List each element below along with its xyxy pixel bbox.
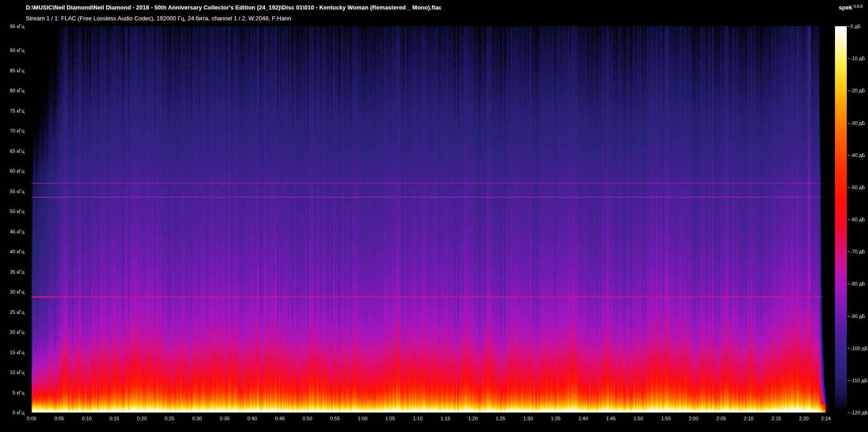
freq-tick-label: 75 кГц bbox=[0, 108, 24, 114]
db-tick-label: -90 дБ bbox=[850, 313, 865, 319]
time-tick-label: 0:55 bbox=[330, 416, 340, 421]
time-tick-label: 1:45 bbox=[606, 416, 615, 421]
freq-tick-label: 5 кГц bbox=[0, 390, 24, 395]
time-tick-label: 1:05 bbox=[385, 416, 395, 421]
freq-tick-label: 50 кГц bbox=[0, 209, 24, 214]
file-path-title: D:\MUSIC\Neil Diamond\Neil Diamond - 201… bbox=[26, 4, 442, 11]
db-tick-mark bbox=[848, 413, 849, 413]
time-tick-label: 1:35 bbox=[551, 416, 560, 421]
time-tick-label: 0:40 bbox=[247, 416, 257, 421]
db-tick-mark bbox=[848, 348, 849, 349]
db-tick-label: 0 дБ bbox=[850, 24, 861, 29]
time-tick-label: 1:15 bbox=[440, 416, 450, 421]
time-tick-label: 1:30 bbox=[523, 416, 533, 421]
time-tick-label: 2:20 bbox=[799, 416, 808, 421]
time-tick-label: 0:05 bbox=[54, 416, 64, 421]
spectrogram-canvas bbox=[32, 26, 826, 413]
freq-tick-label: 55 кГц bbox=[0, 189, 24, 194]
time-tick-label: 0:10 bbox=[82, 416, 91, 421]
time-tick-label: 0:15 bbox=[109, 416, 119, 421]
db-tick-label: -20 дБ bbox=[850, 88, 865, 93]
time-tick-label: 2:10 bbox=[744, 416, 753, 421]
time-tick-label: 2:24 bbox=[821, 416, 830, 421]
time-tick-label: 0:25 bbox=[165, 416, 174, 421]
db-tick-mark bbox=[848, 155, 849, 156]
db-tick-mark bbox=[848, 26, 849, 27]
time-tick-label: 1:55 bbox=[661, 416, 670, 421]
db-tick-mark bbox=[848, 123, 849, 123]
db-tick-label: -100 дБ bbox=[850, 346, 868, 351]
freq-tick-label: 90 кГц bbox=[0, 47, 24, 53]
freq-tick-label: 70 кГц bbox=[0, 128, 24, 133]
time-tick-label: 1:25 bbox=[495, 416, 505, 421]
freq-tick-label: 60 кГц bbox=[0, 168, 24, 174]
time-tick-label: 2:05 bbox=[716, 416, 726, 421]
freq-tick-label: 15 кГц bbox=[0, 350, 24, 355]
time-tick-label: 1:10 bbox=[413, 416, 422, 421]
freq-tick-label: 25 кГц bbox=[0, 309, 24, 315]
time-tick-label: 0:45 bbox=[275, 416, 284, 421]
db-tick-label: -50 дБ bbox=[850, 185, 865, 190]
time-tick-label: 0:20 bbox=[137, 416, 146, 421]
time-tick-label: 0:30 bbox=[192, 416, 202, 421]
freq-tick-label: 80 кГц bbox=[0, 88, 24, 93]
time-tick-label: 1:50 bbox=[633, 416, 643, 421]
db-tick-label: -80 дБ bbox=[850, 281, 865, 286]
db-tick-label: -40 дБ bbox=[850, 152, 865, 158]
db-tick-mark bbox=[848, 219, 849, 220]
app-version-number: 0.8.5 bbox=[854, 4, 863, 9]
db-tick-label: -70 дБ bbox=[850, 249, 865, 254]
spek-window: D:\MUSIC\Neil Diamond\Neil Diamond - 201… bbox=[0, 0, 868, 432]
db-tick-mark bbox=[848, 187, 849, 188]
time-tick-label: 2:00 bbox=[689, 416, 698, 421]
freq-tick-label: 35 кГц bbox=[0, 269, 24, 275]
freq-tick-label: 96 кГц bbox=[0, 24, 24, 29]
db-tick-label: -120 дБ bbox=[850, 410, 868, 415]
db-tick-label: -60 дБ bbox=[850, 217, 865, 222]
freq-tick-label: 65 кГц bbox=[0, 148, 24, 154]
freq-tick-label: 10 кГц bbox=[0, 370, 24, 375]
time-tick-label: 0:35 bbox=[220, 416, 229, 421]
time-tick-label: 1:00 bbox=[358, 416, 367, 421]
legend-gradient-bar bbox=[835, 26, 847, 413]
db-tick-label: -10 дБ bbox=[850, 56, 865, 61]
app-name-label: spek bbox=[839, 4, 852, 11]
db-tick-mark bbox=[848, 284, 849, 284]
time-tick-label: 1:20 bbox=[468, 416, 477, 421]
db-tick-mark bbox=[848, 252, 849, 252]
freq-tick-label: 85 кГц bbox=[0, 68, 24, 73]
stream-info: Stream 1 / 1: FLAC (Free Lossless Audio … bbox=[26, 15, 291, 22]
db-tick-mark bbox=[848, 90, 849, 91]
time-tick-label: 1:40 bbox=[578, 416, 588, 421]
freq-tick-label: 40 кГц bbox=[0, 249, 24, 254]
freq-tick-label: 30 кГц bbox=[0, 289, 24, 294]
app-version: spek0.8.5 bbox=[839, 4, 863, 11]
time-tick-label: 2:15 bbox=[771, 416, 781, 421]
freq-tick-label: 45 кГц bbox=[0, 229, 24, 234]
time-tick-label: 0:00 bbox=[27, 416, 36, 421]
time-tick-label: 0:50 bbox=[302, 416, 312, 421]
freq-tick-label: 20 кГц bbox=[0, 329, 24, 335]
db-tick-mark bbox=[848, 316, 849, 317]
db-tick-label: -110 дБ bbox=[850, 378, 868, 383]
db-tick-mark bbox=[848, 380, 849, 381]
db-tick-label: -30 дБ bbox=[850, 120, 865, 126]
freq-tick-label: 0 кГц bbox=[0, 410, 24, 415]
db-tick-mark bbox=[848, 58, 849, 59]
